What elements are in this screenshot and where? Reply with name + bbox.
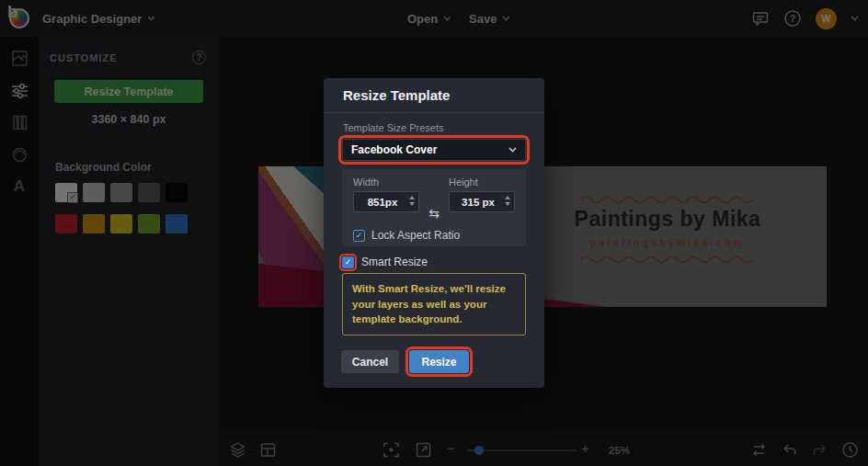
smart-resize-info: With Smart Resize, we'll resize your lay… bbox=[342, 273, 526, 335]
dimensions-panel: Width Height 851px ⇆ 315 px ✓ Lock Aspec… bbox=[342, 169, 526, 246]
height-stepper[interactable] bbox=[505, 196, 510, 206]
dialog-title: Resize Template bbox=[343, 87, 450, 103]
smart-resize-checkbox[interactable]: ✓ bbox=[342, 256, 354, 268]
height-value: 315 px bbox=[462, 197, 502, 208]
width-stepper[interactable] bbox=[409, 196, 415, 206]
width-input[interactable]: 851px bbox=[353, 191, 419, 212]
presets-label: Template Size Presets bbox=[343, 122, 443, 133]
dialog-header: Resize Template bbox=[324, 78, 544, 113]
app-window: Graphic Designer Open Save ? bbox=[0, 0, 868, 466]
selected-preset: Facebook Cover bbox=[351, 143, 437, 156]
lock-aspect-label: Lock Aspect Ratio bbox=[371, 229, 460, 242]
height-label: Height bbox=[449, 176, 515, 188]
resize-button[interactable]: Resize bbox=[409, 350, 469, 373]
resize-template-dialog: Resize Template Template Size Presets Fa… bbox=[324, 78, 544, 388]
lock-aspect-checkbox[interactable]: ✓ bbox=[353, 230, 365, 242]
cancel-button[interactable]: Cancel bbox=[341, 350, 399, 373]
smart-resize-label: Smart Resize bbox=[361, 256, 428, 268]
chevron-down-icon bbox=[508, 147, 517, 153]
height-input[interactable]: 315 px bbox=[449, 191, 515, 212]
swap-dimensions-icon[interactable]: ⇆ bbox=[428, 206, 440, 221]
width-label: Width bbox=[353, 176, 419, 188]
width-value: 851px bbox=[368, 197, 405, 208]
size-preset-select[interactable]: Facebook Cover bbox=[342, 139, 526, 161]
